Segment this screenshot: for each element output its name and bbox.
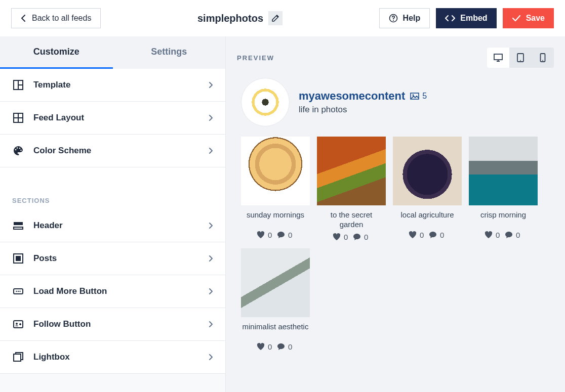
heart-icon: [257, 343, 265, 351]
post-stats: 0 0: [393, 231, 462, 239]
post-caption: local agriculture: [399, 208, 455, 228]
post-caption: sunday mornings: [246, 208, 305, 228]
profile-header: myawesomecontent 5 life in photos: [241, 78, 554, 126]
embed-button[interactable]: Embed: [436, 8, 496, 28]
svg-rect-20: [14, 321, 23, 328]
menu-item-load-more[interactable]: Load More Button: [0, 275, 225, 308]
device-desktop-button[interactable]: [487, 48, 509, 68]
post-caption: to the secret garden: [317, 208, 386, 230]
profile-line1: myawesomecontent 5: [299, 90, 427, 103]
comments-count: 0: [288, 342, 294, 351]
post-card[interactable]: to the secret garden 0 0: [317, 137, 386, 241]
tagline: life in photos: [299, 105, 427, 115]
post-thumbnail: [393, 137, 462, 205]
chevron-right-icon: [209, 222, 213, 229]
profile-info: myawesomecontent 5 life in photos: [299, 90, 427, 115]
comment-icon: [505, 231, 513, 239]
menu-label: Posts: [33, 253, 199, 264]
post-caption: minimalist aesthetic: [241, 320, 310, 339]
image-icon: [410, 93, 419, 100]
comments-count: 0: [516, 231, 522, 239]
posts-icon: [12, 252, 24, 265]
menu-label: Follow Button: [33, 319, 199, 329]
image-count: 5: [410, 92, 427, 101]
svg-point-9: [17, 147, 18, 149]
svg-point-17: [16, 291, 17, 292]
tab-settings[interactable]: Settings: [113, 36, 226, 69]
menu-item-lightbox[interactable]: Lightbox: [0, 341, 225, 374]
menu-item-feed-layout[interactable]: Feed Layout: [0, 102, 225, 135]
feed-title-wrap: simplephotos: [101, 11, 379, 25]
tabs: Customize Settings: [0, 36, 225, 69]
username[interactable]: myawesomecontent: [299, 90, 405, 103]
menu-label: Load More Button: [33, 286, 199, 296]
device-mobile-button[interactable]: [532, 48, 554, 68]
save-button[interactable]: Save: [503, 8, 554, 28]
heart-icon: [485, 231, 493, 239]
post-card[interactable]: minimalist aesthetic 0 0: [241, 248, 310, 351]
svg-point-8: [15, 149, 17, 151]
template-icon: [12, 79, 24, 91]
post-thumbnail: [317, 137, 386, 205]
save-label: Save: [526, 14, 545, 23]
help-label: Help: [403, 14, 421, 23]
comment-icon: [353, 233, 361, 241]
follow-icon: [12, 318, 24, 330]
sections-heading: SECTIONS: [0, 185, 225, 209]
likes-count: 0: [268, 231, 274, 239]
edit-title-button[interactable]: [268, 11, 282, 25]
tablet-icon: [516, 53, 524, 63]
svg-point-18: [18, 291, 19, 292]
post-stats: 0 0: [469, 231, 538, 239]
svg-point-31: [542, 60, 543, 61]
menu-item-color-scheme[interactable]: Color Scheme: [0, 135, 225, 167]
menu-item-posts[interactable]: Posts: [0, 242, 225, 275]
post-card[interactable]: local agriculture 0 0: [393, 137, 462, 241]
menu-item-follow[interactable]: Follow Button: [0, 308, 225, 341]
heart-icon: [333, 233, 341, 241]
back-button[interactable]: Back to all feeds: [11, 8, 101, 28]
grid-icon: [12, 112, 24, 124]
svg-rect-13: [14, 227, 23, 229]
svg-point-19: [19, 291, 20, 292]
menu-item-template[interactable]: Template: [0, 69, 225, 102]
menu-label: Template: [33, 80, 199, 90]
menu-item-header[interactable]: Header: [0, 209, 225, 242]
chevron-right-icon: [209, 147, 213, 154]
sidebar: Customize Settings Template Feed Layout: [0, 36, 226, 392]
topbar: Back to all feeds simplephotos Help Embe…: [0, 0, 565, 36]
lightbox-icon: [12, 351, 24, 363]
customize-menu: Template Feed Layout Color Scheme SECTIO…: [0, 69, 225, 374]
desktop-icon: [493, 53, 503, 62]
avatar: [241, 78, 290, 126]
feed-title: simplephotos: [197, 13, 263, 24]
mobile-icon: [540, 53, 546, 63]
help-button[interactable]: Help: [379, 8, 430, 28]
chevron-right-icon: [209, 288, 213, 295]
top-actions: Help Embed Save: [379, 8, 554, 28]
chevron-right-icon: [209, 321, 213, 328]
device-tablet-button[interactable]: [509, 48, 532, 68]
menu-label: Feed Layout: [33, 113, 199, 123]
tab-customize[interactable]: Customize: [0, 36, 113, 69]
chevron-right-icon: [209, 114, 213, 121]
svg-point-1: [393, 20, 394, 21]
comment-icon: [277, 343, 285, 351]
post-grid: sunday mornings 0 0 to the secret garden…: [237, 137, 554, 351]
menu-label: Color Scheme: [33, 146, 199, 156]
back-label: Back to all feeds: [32, 14, 91, 23]
svg-point-10: [19, 148, 21, 149]
likes-count: 0: [268, 342, 274, 351]
comments-count: 0: [440, 231, 446, 239]
menu-label: Lightbox: [33, 352, 199, 362]
heart-icon: [257, 231, 265, 239]
menu-label: Header: [33, 221, 199, 231]
post-card[interactable]: sunday mornings 0 0: [241, 137, 310, 241]
chevron-left-icon: [21, 15, 26, 22]
post-stats: 0 0: [241, 231, 310, 239]
svg-rect-15: [16, 256, 21, 261]
likes-count: 0: [496, 231, 502, 239]
chevron-right-icon: [209, 354, 213, 361]
post-card[interactable]: crisp morning 0 0: [469, 137, 538, 241]
likes-count: 0: [344, 233, 350, 241]
